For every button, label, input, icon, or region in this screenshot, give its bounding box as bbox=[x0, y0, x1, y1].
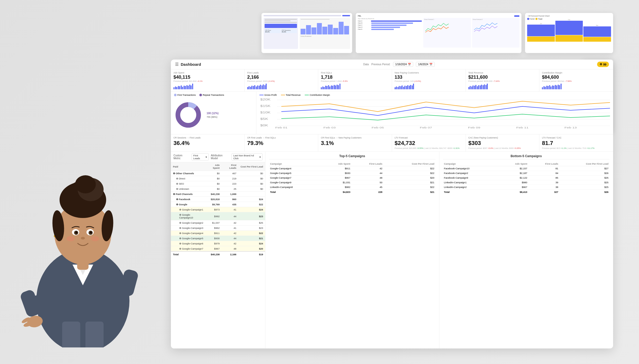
bottom5-title: Bottom-5 Campaigns bbox=[443, 154, 610, 159]
bot5-r4-name: LinkedIn-Campaign1 bbox=[443, 180, 499, 185]
legend-line-gross bbox=[259, 95, 264, 95]
top5-r1-adv: $911 bbox=[321, 166, 351, 171]
row-gc2-cost: $25 bbox=[238, 220, 265, 225]
donut-repeat-count: 755 (88%) bbox=[207, 116, 219, 118]
table-row: ⊕ Paid Channels $40,238 1,699 bbox=[171, 192, 265, 197]
list-item: Google-Campaign4 $911 42 $22 bbox=[269, 166, 435, 171]
svg-point-25 bbox=[81, 237, 85, 239]
table-row: ⊕ Google-Campaign4 $911 42 $22 bbox=[171, 231, 265, 236]
date-to-input[interactable]: 1/6/2024 📅 bbox=[416, 62, 435, 67]
row-gc4-cost: $22 bbox=[238, 231, 265, 236]
kpi-leads-prev: Previous period: 2243 (-3.4%) bbox=[247, 80, 316, 82]
legend-first-transactions: First Transactions bbox=[174, 94, 196, 96]
table-row: ⊕ Google-Campaign10 $992 44 $23 bbox=[171, 212, 265, 220]
list-item: LinkedIn-Campaign2 $967 38 $25 bbox=[443, 185, 610, 190]
dashboard-title-area: ☰ Dashboard bbox=[175, 62, 201, 67]
bot5-total-name: Total bbox=[443, 190, 499, 195]
table-row: ⊕ Google-Campaign2 $1,037 42 $25 bbox=[171, 220, 265, 225]
date-range-area: Data Previous Period: 1/16/2024 📅 1/6/20… bbox=[363, 62, 435, 67]
row-paid-cost bbox=[238, 192, 265, 197]
top5-col-leads: First Leads bbox=[351, 162, 383, 166]
row-direct-leads: 219 bbox=[222, 176, 238, 181]
legend-gross-label: Gross Profit bbox=[264, 94, 277, 96]
svg-text:Feb 01: Feb 01 bbox=[275, 126, 287, 128]
kpi-total-revenue: Total Revenue $211,600 Previous period: … bbox=[466, 69, 540, 91]
donut-center-label: 100 (12%) bbox=[207, 112, 219, 115]
ltv-value: $24,732 bbox=[395, 140, 463, 147]
badge-value: 99 bbox=[603, 63, 606, 66]
table-row: ⊕ Google-Campaign7 $967 48 $20 bbox=[171, 246, 265, 252]
svg-text:Feb 07: Feb 07 bbox=[420, 126, 432, 128]
donut-wrapper: 100 (12%) 755 (88%) bbox=[174, 98, 253, 132]
data-label: Data bbox=[363, 63, 369, 66]
row-facebook-leads: 860 bbox=[222, 197, 238, 202]
kpi-leads-sparkline bbox=[247, 84, 316, 89]
cr-leads-sqls: CR First Leads → First SQLs 79.3% bbox=[245, 134, 318, 151]
data-table: Paid Adv Spent First Leads Cost Per Firs… bbox=[171, 162, 265, 257]
character-illustration bbox=[10, 89, 155, 348]
bot5-r1-leads: 81 bbox=[528, 166, 559, 171]
svg-rect-1 bbox=[62, 322, 80, 347]
row-gc7-name: ⊕ Google-Campaign7 bbox=[171, 246, 206, 252]
svg-text:Feb 11: Feb 11 bbox=[516, 126, 528, 128]
row-gc6-name: ⊕ Google-Campaign6 bbox=[171, 241, 206, 246]
row-gc3-name: ⊕ Google-Campaign3 bbox=[171, 225, 206, 231]
kpi-contrib-label: Contribution Margin bbox=[542, 71, 611, 74]
row-gc4-name: ⊕ Google-Campaign4 bbox=[171, 231, 206, 236]
table-left: Custom Metric First Leads ▾ Attribution … bbox=[171, 152, 265, 348]
row-seo-name: ⊕ SEO bbox=[171, 181, 206, 186]
list-item: LinkedIn-Campaign8 $982 45 $22 bbox=[269, 185, 435, 190]
date-from-input[interactable]: 1/16/2024 📅 bbox=[393, 62, 413, 67]
attribution-select[interactable]: Last Non Brand Ad Click ▾ bbox=[231, 153, 263, 161]
bot5-r3-leads: 85 bbox=[528, 176, 559, 180]
table-row-total: Total $40,238 2,166 $19 bbox=[171, 251, 265, 257]
top5-r5-leads: 45 bbox=[351, 185, 383, 190]
kpi-contrib-prev: Previous period: $913a1 -7.58% bbox=[542, 80, 611, 82]
svg-text:Feb 03: Feb 03 bbox=[323, 126, 336, 128]
row-gc3-adv: $962 bbox=[206, 225, 222, 231]
row-gc1-adv: $973 bbox=[206, 207, 222, 212]
custom-metric-row: Custom Metric First Leads ▾ Attribution … bbox=[171, 152, 265, 162]
bot5-r2-adv: $2,187 bbox=[499, 171, 528, 176]
cr-leads-value: 79.3% bbox=[247, 140, 316, 147]
col-cost-per-first: Cost Per First Lead bbox=[238, 162, 265, 171]
cr-sessions-label: CR Sessions → First Leads bbox=[173, 136, 242, 139]
kpi-adv-spent: Adv Spent $40,115 Previous period: $41,8… bbox=[171, 69, 245, 91]
bot5-r1-cost: $27 bbox=[559, 166, 609, 171]
row-google-adv: $9,769 bbox=[206, 202, 222, 207]
row-direct-name: ⊕ Direct bbox=[171, 176, 206, 181]
top5-total-name: Total bbox=[269, 190, 321, 195]
bottom5-header-row: Campaign Adv Spent First Leads Cost Per … bbox=[443, 162, 610, 166]
ltv-cac-value: 81.7 bbox=[542, 140, 611, 147]
svg-text:Feb 13: Feb 13 bbox=[564, 126, 577, 128]
svg-point-18 bbox=[75, 175, 96, 193]
date-from-value: 1/16/2024 bbox=[395, 63, 407, 66]
date-to-value: 1/6/2024 bbox=[418, 63, 428, 66]
custom-metric-label: Custom Metric bbox=[173, 154, 190, 160]
bottom5-campaigns: Bottom-5 Campaigns Campaign Adv Spent Fi… bbox=[439, 152, 613, 348]
dashboard-title: Dashboard bbox=[181, 62, 201, 67]
bottom5-col-campaign: Campaign bbox=[443, 162, 499, 166]
kpi-paying-value: 133 bbox=[395, 75, 463, 80]
col-adv-spent: Adv Spent bbox=[206, 162, 222, 171]
top5-total-leads: 228 bbox=[351, 190, 383, 195]
top5-r3-leads: 48 bbox=[351, 176, 383, 180]
top5-r5-cost: $22 bbox=[383, 185, 435, 190]
table-header-row: Paid Adv Spent First Leads Cost Per Firs… bbox=[171, 162, 265, 171]
top5-r4-leads: 50 bbox=[351, 180, 383, 185]
bot5-r2-leads: 84 bbox=[528, 171, 559, 176]
kpi-revenue-value: $211,600 bbox=[468, 75, 537, 80]
row-gc7-leads: 48 bbox=[222, 246, 238, 252]
svg-point-33 bbox=[183, 109, 194, 121]
bot5-r2-name: Facebook-Campaign2 bbox=[443, 171, 499, 176]
kpi-sqls-value: 1,718 bbox=[321, 75, 389, 80]
line-chart-area: $20K $15K $10K $5K $0K bbox=[259, 97, 610, 132]
custom-metric-select[interactable]: First Leads ▾ bbox=[192, 153, 209, 161]
row-facebook-cost: $24 bbox=[238, 197, 265, 202]
table-row: ⊕ Direct $0 219 $0 bbox=[171, 176, 265, 181]
row-gc2-name: ⊕ Google-Campaign2 bbox=[171, 220, 206, 225]
row-paid-adv: $40,238 bbox=[206, 192, 222, 197]
top5-r2-cost: $22 bbox=[383, 171, 435, 176]
bot5-total-leads: 327 bbox=[528, 190, 559, 195]
legend-total-revenue: Total Revenue bbox=[281, 94, 301, 96]
